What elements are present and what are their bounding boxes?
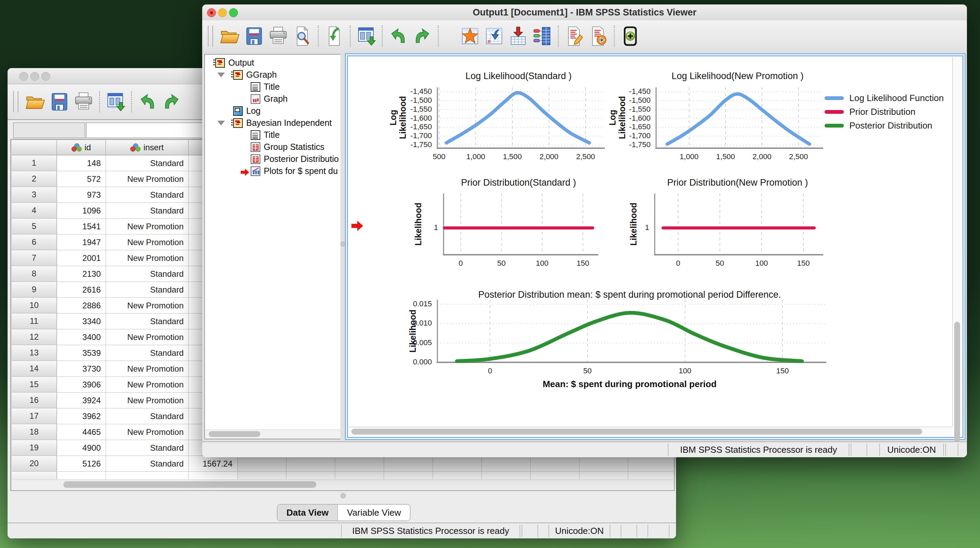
cell-insert[interactable]: New Promotion: [106, 171, 189, 187]
scrollbar-thumb[interactable]: [352, 429, 922, 435]
row-number-cell[interactable]: 10: [12, 298, 57, 313]
content-vertical-scrollbar[interactable]: [952, 57, 962, 427]
row-number-cell[interactable]: 13: [12, 345, 57, 361]
row-number-cell[interactable]: 4: [12, 203, 57, 219]
export-icon[interactable]: [322, 24, 346, 48]
row-number-cell[interactable]: 11: [12, 313, 57, 329]
row-number-cell[interactable]: 8: [12, 266, 57, 282]
tree-item-ggraph[interactable]: GGraph: [205, 69, 341, 81]
row-number-cell[interactable]: 12: [12, 329, 57, 345]
show-all-icon[interactable]: [618, 24, 642, 48]
tab-variable-view[interactable]: Variable View: [338, 505, 410, 521]
row-number-cell[interactable]: 1: [12, 156, 57, 171]
row-number-cell[interactable]: 16: [12, 392, 57, 408]
tab-data-view[interactable]: Data View: [277, 505, 338, 521]
pane-splitter[interactable]: [10, 491, 673, 500]
scrollbar-thumb[interactable]: [954, 322, 960, 442]
cell-id[interactable]: 2130: [57, 266, 106, 282]
tree-item-bayesian-independent[interactable]: Bayesian Independent: [205, 117, 341, 129]
minimize-button[interactable]: [30, 72, 39, 81]
cell-insert[interactable]: Standard: [106, 345, 189, 361]
cell-insert[interactable]: Standard: [106, 187, 189, 203]
cell-insert[interactable]: New Promotion: [106, 235, 189, 250]
row-number-cell[interactable]: 15: [12, 377, 57, 392]
tree-horizontal-scrollbar[interactable]: [205, 429, 341, 439]
save-icon[interactable]: [242, 24, 266, 48]
print-icon[interactable]: [266, 24, 290, 48]
save-icon[interactable]: [48, 89, 72, 114]
cell-empty[interactable]: [531, 456, 579, 472]
cell-id[interactable]: 2001: [57, 250, 106, 266]
cell-id[interactable]: 3924: [57, 392, 106, 408]
tree-item-posterior-distributio[interactable]: Posterior Distributio: [205, 153, 341, 165]
tree-item-title[interactable]: Title: [205, 81, 341, 93]
chevron-down-icon[interactable]: [217, 121, 225, 125]
run-script-icon[interactable]: [586, 24, 610, 48]
tree-item-graph[interactable]: Graph: [205, 93, 341, 105]
row-number-cell[interactable]: 3: [12, 187, 57, 203]
row-number-cell[interactable]: 9: [12, 282, 57, 298]
cell-insert[interactable]: New Promotion: [106, 329, 189, 345]
cell-insert[interactable]: New Promotion: [106, 377, 189, 392]
row-number-cell[interactable]: 2: [12, 171, 57, 187]
column-header-id[interactable]: id: [57, 140, 106, 156]
cell-insert[interactable]: Standard: [106, 203, 189, 219]
redo-icon[interactable]: [159, 89, 184, 114]
variables-icon[interactable]: [530, 24, 554, 48]
cell-id[interactable]: 3906: [57, 377, 106, 392]
row-number-cell[interactable]: 5: [12, 219, 57, 235]
insert-cases-icon[interactable]: [506, 24, 530, 48]
cell-empty[interactable]: [286, 472, 335, 479]
cell-id[interactable]: 2886: [57, 298, 106, 313]
cell-reference-field[interactable]: [13, 122, 85, 138]
cell-id[interactable]: 1947: [57, 235, 106, 250]
cell-id[interactable]: 3539: [57, 345, 106, 361]
cell-empty[interactable]: [628, 472, 673, 479]
cell-id[interactable]: 3400: [57, 329, 106, 345]
recall-dialogs-icon[interactable]: [354, 24, 378, 48]
cell-insert[interactable]: Standard: [106, 282, 189, 298]
cell-insert[interactable]: Standard: [106, 456, 189, 472]
cell-empty[interactable]: [433, 456, 482, 472]
cell-id[interactable]: 4900: [57, 440, 106, 456]
print-icon[interactable]: [72, 89, 95, 114]
cell-id[interactable]: 148: [57, 156, 106, 171]
cell-id[interactable]: 572: [57, 171, 106, 187]
cell-id[interactable]: 973: [57, 187, 106, 203]
goto-variable-icon[interactable]: [482, 24, 506, 48]
zoom-button[interactable]: [41, 72, 50, 81]
tree-item-plots-for-spent-du[interactable]: Plots for $ spent du: [205, 165, 341, 177]
row-number-cell[interactable]: 17: [12, 408, 57, 424]
tree-item-log[interactable]: Log: [205, 105, 341, 117]
row-number-cell[interactable]: 6: [12, 235, 57, 250]
cell-insert[interactable]: Standard: [106, 408, 189, 424]
open-icon[interactable]: [23, 89, 48, 114]
cell-empty[interactable]: [335, 456, 384, 472]
row-number-cell[interactable]: [12, 472, 57, 479]
redo-icon[interactable]: [410, 24, 434, 48]
cell-empty[interactable]: [238, 456, 286, 472]
cell-empty[interactable]: [286, 456, 335, 472]
cell-insert[interactable]: New Promotion: [106, 250, 189, 266]
row-number-cell[interactable]: 14: [12, 361, 57, 377]
cell-insert[interactable]: Standard: [106, 313, 189, 329]
cell-empty[interactable]: [628, 456, 673, 472]
column-header-insert[interactable]: insert: [106, 140, 189, 156]
scrollbar-thumb[interactable]: [63, 481, 317, 488]
cell-insert[interactable]: Standard: [106, 266, 189, 282]
cell-insert[interactable]: New Promotion: [106, 298, 189, 313]
cell-id[interactable]: 3340: [57, 313, 106, 329]
output-content-pane[interactable]: [345, 53, 966, 440]
cell-id[interactable]: 1541: [57, 219, 106, 235]
cell-col3[interactable]: 1567.24: [189, 456, 238, 472]
cell-col3[interactable]: [189, 472, 238, 479]
cell-empty[interactable]: [579, 456, 628, 472]
cell-insert[interactable]: New Promotion: [106, 361, 189, 377]
print-preview-icon[interactable]: [290, 24, 314, 48]
cell-empty[interactable]: [482, 456, 531, 472]
cell-insert[interactable]: New Promotion: [106, 392, 189, 408]
cell-id[interactable]: 4465: [57, 424, 106, 440]
cell-empty[interactable]: [335, 472, 384, 479]
cell-empty[interactable]: [579, 472, 628, 479]
edit-syntax-icon[interactable]: [562, 24, 586, 48]
